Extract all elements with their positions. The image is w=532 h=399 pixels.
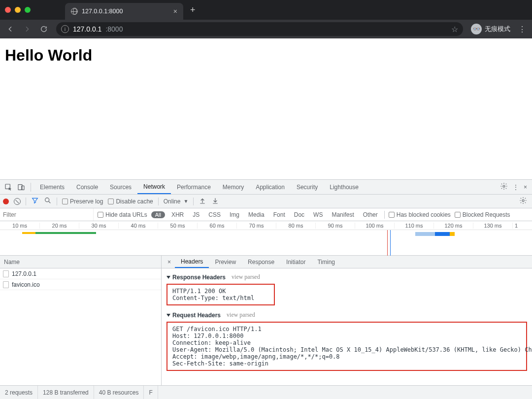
- page-heading: Hello World: [5, 46, 527, 65]
- has-blocked-cookies-checkbox[interactable]: Has blocked cookies: [389, 211, 451, 218]
- close-window-icon[interactable]: [5, 7, 11, 13]
- filter-type-js[interactable]: JS: [190, 211, 202, 218]
- separator: [384, 211, 385, 219]
- tab-application[interactable]: Application: [250, 180, 291, 194]
- export-har-icon[interactable]: [211, 197, 219, 206]
- url-port: :8000: [105, 25, 123, 33]
- forward-button[interactable]: [23, 25, 32, 33]
- filter-type-other[interactable]: Other: [361, 211, 380, 218]
- back-button[interactable]: [6, 25, 15, 33]
- detail-close-icon[interactable]: ×: [164, 259, 175, 266]
- search-icon[interactable]: [44, 197, 52, 206]
- hide-data-urls-checkbox[interactable]: Hide data URLs: [98, 211, 147, 218]
- filter-type-manifest[interactable]: Manifest: [329, 211, 356, 218]
- browser-menu-button[interactable]: ⋮: [518, 25, 526, 34]
- response-headers-label: Response Headers: [172, 274, 226, 281]
- tab-console[interactable]: Console: [70, 180, 104, 194]
- detail-body: Response Headers view parsed HTTP/1.1 20…: [162, 268, 532, 385]
- network-filter-row: Hide data URLs All XHR JS CSS Img Media …: [0, 208, 532, 221]
- devtools-settings-icon[interactable]: [500, 182, 508, 192]
- tab-lighthouse[interactable]: Lighthouse: [324, 180, 365, 194]
- response-headers-section[interactable]: Response Headers view parsed: [165, 271, 529, 283]
- blocked-requests-checkbox[interactable]: Blocked Requests: [455, 211, 510, 218]
- devtools-close-icon[interactable]: ×: [524, 184, 527, 191]
- throttling-value: Online: [164, 198, 181, 205]
- maximize-window-icon[interactable]: [25, 7, 31, 13]
- devtools-statusbar: 2 requests 128 B transferred 40 B resour…: [0, 385, 532, 399]
- devtools-more-icon[interactable]: ⋮: [513, 184, 519, 191]
- site-info-icon[interactable]: i: [61, 25, 69, 33]
- record-button[interactable]: [3, 199, 9, 204]
- file-icon: [3, 281, 9, 288]
- request-row[interactable]: favicon.ico: [0, 279, 161, 290]
- filter-all[interactable]: All: [151, 211, 165, 218]
- minimize-window-icon[interactable]: [15, 7, 21, 13]
- network-timeline[interactable]: 10 ms 20 ms 30 ms 40 ms 50 ms 60 ms 70 m…: [0, 221, 532, 256]
- browser-titlebar: 127.0.0.1:8000 × +: [0, 0, 532, 20]
- preserve-log-checkbox[interactable]: Preserve log: [62, 198, 103, 205]
- url-host: 127.0.0.1: [73, 25, 101, 33]
- filter-type-img[interactable]: Img: [227, 211, 242, 218]
- chevron-down-icon: ▼: [183, 199, 188, 204]
- tab-sources[interactable]: Sources: [104, 180, 137, 194]
- detail-tab-preview[interactable]: Preview: [209, 256, 242, 268]
- tick: 120 ms: [433, 223, 473, 229]
- filter-input[interactable]: [0, 208, 94, 221]
- disable-cache-label: Disable cache: [116, 198, 153, 205]
- network-settings-icon[interactable]: [519, 197, 529, 206]
- svg-point-4: [45, 198, 49, 202]
- devtools-tabs: Elements Console Sources Network Perform…: [0, 180, 532, 195]
- network-split: Name 127.0.0.1 favicon.ico × Headers Pre…: [0, 256, 532, 385]
- detail-tab-response[interactable]: Response: [242, 256, 280, 268]
- close-tab-icon[interactable]: ×: [173, 7, 177, 15]
- window-controls: [5, 7, 31, 13]
- device-toolbar-icon[interactable]: [15, 183, 28, 191]
- view-parsed-link[interactable]: view parsed: [232, 273, 260, 281]
- separator: [158, 198, 159, 205]
- request-detail: × Headers Preview Response Initiator Tim…: [162, 256, 532, 385]
- detail-tab-timing[interactable]: Timing: [311, 256, 341, 268]
- detail-tab-headers[interactable]: Headers: [175, 256, 209, 268]
- throttling-select[interactable]: Online▼: [164, 198, 189, 205]
- tab-elements[interactable]: Elements: [34, 180, 70, 194]
- browser-tab[interactable]: 127.0.0.1:8000 ×: [65, 3, 183, 20]
- status-transferred: 128 B transferred: [38, 386, 94, 399]
- has-blocked-cookies-label: Has blocked cookies: [397, 211, 451, 218]
- tab-network[interactable]: Network: [137, 180, 171, 194]
- separator: [193, 198, 194, 205]
- filter-type-ws[interactable]: WS: [311, 211, 325, 218]
- tab-performance[interactable]: Performance: [171, 180, 217, 194]
- clear-button[interactable]: [14, 198, 21, 205]
- filter-type-xhr[interactable]: XHR: [169, 211, 186, 218]
- request-header-line: User-Agent: Mozilla/5.0 (Macintosh; Inte…: [172, 346, 521, 353]
- incognito-icon: 👓: [471, 24, 482, 34]
- bookmark-icon[interactable]: ☆: [451, 25, 458, 34]
- reload-button[interactable]: [39, 25, 48, 33]
- filter-icon[interactable]: [31, 197, 39, 206]
- tick: 1: [512, 223, 522, 229]
- filter-type-doc[interactable]: Doc: [292, 211, 307, 218]
- request-headers-section[interactable]: Request Headers view parsed: [165, 309, 529, 321]
- address-bar[interactable]: i 127.0.0.1:8000 ☆: [56, 22, 463, 36]
- incognito-label: 无痕模式: [485, 25, 510, 33]
- import-har-icon[interactable]: [199, 197, 206, 206]
- incognito-badge[interactable]: 👓 无痕模式: [471, 24, 510, 34]
- caret-down-icon: [166, 314, 170, 317]
- filter-type-font[interactable]: Font: [271, 211, 288, 218]
- status-finish: F: [144, 386, 158, 399]
- tab-security[interactable]: Security: [291, 180, 324, 194]
- tick: 80 ms: [276, 223, 315, 229]
- blocked-requests-label: Blocked Requests: [463, 211, 510, 218]
- filter-type-css[interactable]: CSS: [206, 211, 223, 218]
- disable-cache-checkbox[interactable]: Disable cache: [108, 198, 153, 205]
- inspect-element-icon[interactable]: [2, 183, 15, 191]
- tick: 30 ms: [79, 223, 118, 229]
- detail-tab-initiator[interactable]: Initiator: [280, 256, 311, 268]
- filter-type-media[interactable]: Media: [246, 211, 267, 218]
- request-header-line: Sec-Fetch-Site: same-origin: [172, 360, 521, 367]
- request-row[interactable]: 127.0.0.1: [0, 268, 161, 279]
- tab-memory[interactable]: Memory: [217, 180, 250, 194]
- new-tab-button[interactable]: +: [190, 5, 196, 15]
- view-parsed-link[interactable]: view parsed: [227, 311, 255, 319]
- tick: 90 ms: [315, 223, 355, 229]
